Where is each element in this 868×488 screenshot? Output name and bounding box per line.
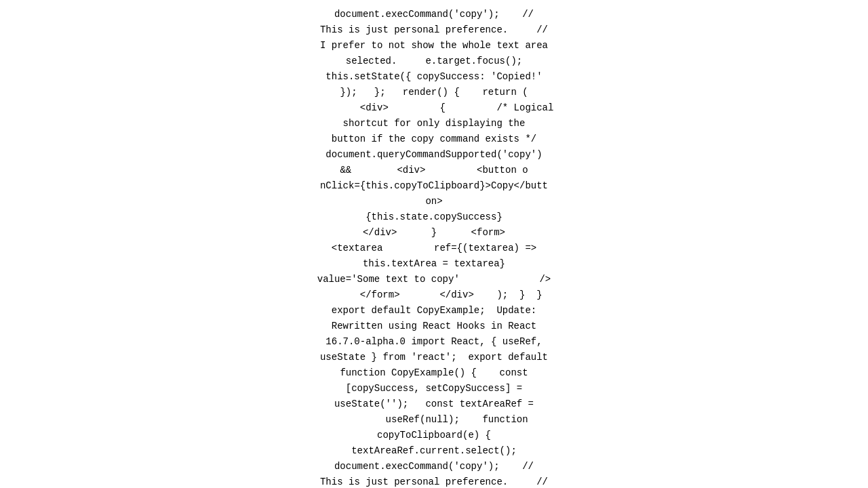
- code-line: </form> </div> ); } }: [0, 287, 868, 303]
- code-line: this.textArea = textarea}: [0, 256, 868, 272]
- code-line: function CopyExample() { const: [0, 365, 868, 381]
- code-line: on>: [0, 194, 868, 209]
- code-line: 16.7.0-alpha.0 import React, { useRef,: [0, 334, 868, 350]
- code-line: useState(''); const textAreaRef =: [0, 396, 868, 412]
- code-line: value='Some text to copy' />: [0, 272, 868, 287]
- code-line: <div> { /* Logical: [0, 100, 868, 116]
- code-line: document.execCommand('copy'); //: [0, 7, 868, 22]
- code-line: Rewritten using React Hooks in React: [0, 319, 868, 334]
- code-line: This is just personal preference. //: [0, 474, 868, 488]
- code-line: document.queryCommandSupported('copy'): [0, 147, 868, 163]
- code-line: </div> } <form>: [0, 225, 868, 241]
- code-line: useState } from 'react'; export default: [0, 350, 868, 365]
- code-line: export default CopyExample; Update:: [0, 303, 868, 319]
- code-line: document.execCommand('copy'); //: [0, 459, 868, 474]
- code-line: {this.state.copySuccess}: [0, 209, 868, 225]
- code-line: shortcut for only displaying the: [0, 116, 868, 131]
- code-line: this.setState({ copySuccess: 'Copied!': [0, 69, 868, 85]
- code-container: document.execCommand('copy'); //This is …: [0, 0, 868, 488]
- code-line: selected. e.target.focus();: [0, 54, 868, 69]
- code-line: }); }; render() { return (: [0, 85, 868, 100]
- code-line: <textarea ref={(textarea) =>: [0, 241, 868, 256]
- code-line: button if the copy command exists */: [0, 131, 868, 147]
- code-line: && <div> <button o: [0, 163, 868, 178]
- code-line: useRef(null); function: [0, 412, 868, 428]
- code-line: This is just personal preference. //: [0, 22, 868, 38]
- code-line: [copySuccess, setCopySuccess] =: [0, 381, 868, 396]
- code-line: nClick={this.copyToClipboard}>Copy</butt: [0, 178, 868, 194]
- code-line: I prefer to not show the whole text area: [0, 38, 868, 54]
- code-line: copyToClipboard(e) {: [0, 428, 868, 443]
- code-line: textAreaRef.current.select();: [0, 443, 868, 459]
